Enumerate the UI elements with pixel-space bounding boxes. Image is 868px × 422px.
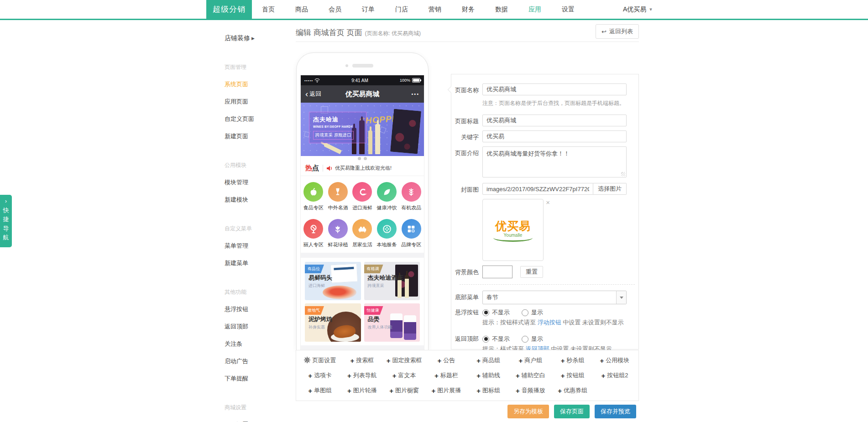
nav-item-门店[interactable]: 门店 [395, 5, 408, 14]
phone-camera-dot [345, 64, 348, 67]
nav-item-订单[interactable]: 订单 [362, 5, 375, 14]
category-有机农品[interactable]: 有机农品 [399, 178, 424, 215]
more-menu-icon[interactable]: ••• [394, 91, 419, 97]
page-title-input[interactable] [482, 115, 627, 126]
back-top-radio-off[interactable]: 不显示 [482, 335, 510, 343]
cover-image-input[interactable] [482, 183, 593, 195]
sidebar-section: 其他功能悬浮按钮返回顶部关注条启动广告下单提醒 [225, 288, 285, 383]
component-优惠券组[interactable]: +优惠券组 [552, 385, 594, 396]
nav-item-会员[interactable]: 会员 [329, 5, 341, 14]
product-card-品燢[interactable]: 恒健康品燢改善人体功能 [364, 303, 420, 342]
sidebar-item-自定义页面[interactable]: 自定义页面 [225, 115, 285, 123]
close-icon[interactable]: × [546, 200, 550, 205]
sidebar-item-关注条[interactable]: 关注条 [225, 340, 285, 348]
action-另存为模板[interactable]: 另存为模板 [507, 405, 549, 418]
bg-color-swatch[interactable] [482, 266, 512, 278]
component-图片展播[interactable]: +图片展播 [425, 385, 467, 396]
category-居家生活[interactable]: 居家生活 [350, 215, 375, 252]
bottom-menu-value: 春节 [483, 293, 616, 302]
component-页面设置[interactable]: 页面设置 [299, 354, 341, 366]
sidebar-section: 页面管理系统页面应用页面自定义页面新建页面 [225, 63, 285, 141]
component-图片橱窗[interactable]: +图片橱窗 [383, 385, 425, 396]
resize-handle[interactable] [621, 172, 625, 176]
battery-icon [412, 78, 420, 83]
component-音频播放[interactable]: +音频播放 [509, 385, 551, 396]
component-按钮组2[interactable]: +按钮组2 [594, 370, 636, 381]
component-label: 搜索框 [356, 356, 374, 365]
carousel-dot[interactable] [358, 157, 361, 160]
category-健康冲饮[interactable]: 健康冲饮 [375, 178, 399, 215]
product-card-易鲜码头[interactable]: 有品位易鲜码头进口海鲜 [305, 262, 361, 300]
float-button-link[interactable]: 浮动按钮 [538, 319, 561, 326]
component-图片轮播[interactable]: +图片轮播 [341, 385, 383, 396]
divider [323, 165, 323, 172]
phone-back-button[interactable]: ‹ 返回 [305, 90, 331, 98]
component-商品组[interactable]: +商品组 [467, 354, 509, 366]
category-中外名酒[interactable]: 中外名酒 [326, 178, 350, 215]
nav-item-应用[interactable]: 应用 [528, 5, 541, 14]
component-富文本[interactable]: +富文本 [383, 370, 425, 381]
float-button-radio-off[interactable]: 不显示 [482, 308, 510, 317]
component-列表导航[interactable]: +列表导航 [341, 370, 383, 381]
sidebar-item-悬浮按钮[interactable]: 悬浮按钮 [225, 305, 285, 313]
action-保存页面[interactable]: 保存页面 [554, 405, 590, 418]
keywords-input[interactable] [482, 130, 627, 142]
float-button-radio-on[interactable]: 显示 [522, 308, 543, 317]
back-top-radio-on[interactable]: 显示 [522, 335, 543, 343]
sidebar-item-下单提醒[interactable]: 下单提醒 [225, 375, 285, 383]
component-单图组[interactable]: +单图组 [299, 385, 341, 396]
notice-bar[interactable]: 热点 优买易隆重上线欢迎光临! [301, 161, 424, 176]
sidebar-item-菜单管理[interactable]: 菜单管理 [225, 242, 285, 250]
sidebar-item-返回顶部[interactable]: 返回顶部 [225, 323, 285, 331]
category-丽人专区[interactable]: 丽人专区 [301, 215, 326, 252]
back-to-list-button[interactable]: ↩ 返回列表 [596, 24, 639, 39]
product-card-杰夫哈迪酒庄[interactable]: 有格调杰夫哈迪酒庄跨境直采 [364, 262, 420, 300]
brand-logo[interactable]: 超级分销 [206, 0, 252, 19]
sidebar-item-新建页面[interactable]: 新建页面 [225, 132, 285, 141]
page-intro-textarea[interactable]: 优买易商城海量好货等你拿！！ [482, 146, 627, 177]
nav-item-商品[interactable]: 商品 [295, 5, 308, 14]
component-秒杀组[interactable]: +秒杀组 [552, 354, 594, 366]
component-公用模块[interactable]: +公用模块 [594, 354, 636, 366]
category-进口海鲜[interactable]: 进口海鲜 [350, 178, 375, 215]
component-选项卡[interactable]: +选项卡 [299, 370, 341, 381]
sidebar-item-系统页面[interactable]: 系统页面 [225, 80, 285, 89]
nav-item-设置[interactable]: 设置 [562, 5, 575, 14]
category-鲜花绿植[interactable]: 鲜花绿植 [326, 215, 350, 252]
page-name-input[interactable] [482, 83, 627, 95]
category-食品专区[interactable]: 食品专区 [301, 178, 326, 215]
component-标题栏[interactable]: +标题栏 [425, 370, 467, 381]
nav-item-数据[interactable]: 数据 [495, 5, 508, 14]
sidebar-title[interactable]: 店铺装修▶ [225, 34, 285, 42]
sidebar-item-启动广告[interactable]: 启动广告 [225, 357, 285, 365]
component-公告[interactable]: +公告 [425, 354, 467, 366]
component-按钮组[interactable]: +按钮组 [552, 370, 594, 381]
user-menu[interactable]: A优买易 ▾ [623, 0, 652, 19]
component-商户组[interactable]: +商户组 [509, 354, 551, 366]
nav-item-首页[interactable]: 首页 [262, 5, 275, 14]
component-固定搜索框[interactable]: +固定搜索框 [383, 354, 425, 366]
component-搜索框[interactable]: +搜索框 [341, 354, 383, 366]
quick-nav-tab[interactable]: › 快捷导航 [0, 195, 12, 247]
nav-item-营销[interactable]: 营销 [429, 5, 441, 14]
category-品牌专区[interactable]: 品牌专区 [399, 215, 424, 252]
component-辅助线[interactable]: +辅助线 [467, 370, 509, 381]
category-本地服务[interactable]: 本地服务 [375, 215, 399, 252]
sidebar-item-新建模块[interactable]: 新建模块 [225, 196, 285, 204]
product-card-泥炉烤鸡[interactable]: 接地气泥炉烤鸡补身实惠 [305, 303, 361, 342]
banner-tagline: 跨境直采 原瓶进口 [313, 131, 354, 140]
choose-image-button[interactable]: 选择图片 [593, 183, 627, 195]
banner-heading: 杰夫哈迪 [313, 115, 362, 124]
sidebar-item-新建菜单[interactable]: 新建菜单 [225, 259, 285, 267]
sidebar-item-模块管理[interactable]: 模块管理 [225, 178, 285, 187]
component-辅助空白[interactable]: +辅助空白 [509, 370, 551, 381]
bottom-menu-select[interactable]: 春节 [482, 291, 627, 304]
nav-item-财务[interactable]: 财务 [462, 5, 475, 14]
reset-color-button[interactable]: 重置 [520, 266, 543, 278]
component-图标组[interactable]: +图标组 [467, 385, 509, 396]
hero-banner[interactable]: SHOPPING 杰夫哈迪 WINES BY:GEOFF HARDY 跨境直采 … [301, 103, 424, 156]
carousel-dot[interactable] [364, 157, 367, 160]
card-title: 易鲜码头 [309, 274, 332, 282]
action-保存并预览[interactable]: 保存并预览 [595, 405, 636, 418]
sidebar-item-应用页面[interactable]: 应用页面 [225, 98, 285, 106]
